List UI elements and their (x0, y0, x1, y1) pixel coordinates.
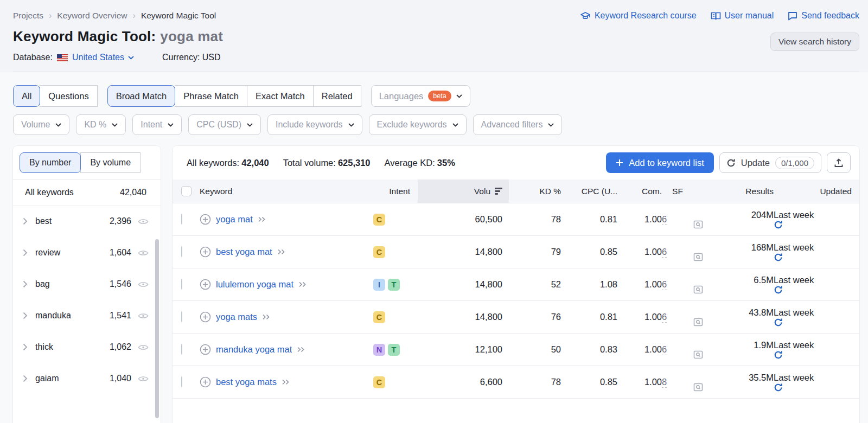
filter-dropdown[interactable]: Intent (132, 114, 182, 135)
keyword-link[interactable]: manduka yoga mat (216, 344, 292, 355)
sort-toggle-tab[interactable]: By number (20, 152, 81, 173)
add-keyword-icon[interactable] (200, 214, 211, 225)
refresh-row-icon[interactable] (774, 253, 783, 262)
match-tab[interactable]: Related (313, 85, 361, 107)
serp-features-count[interactable]: 6 (662, 344, 667, 355)
export-button[interactable] (827, 152, 851, 173)
column-updated[interactable]: Updated (774, 180, 859, 203)
breadcrumb-projects[interactable]: Projects (13, 11, 52, 21)
view-search-history-button[interactable]: View search history (770, 33, 859, 51)
serp-features-count[interactable]: 6 (662, 214, 667, 225)
select-all-checkbox[interactable] (181, 186, 192, 196)
filter-dropdown[interactable]: Advanced filters (473, 114, 563, 135)
keyword-research-course-link[interactable]: Keyword Research course (580, 11, 697, 21)
keyword-group-row[interactable]: review 1,604 (13, 237, 161, 268)
view-serp-icon[interactable] (693, 220, 703, 229)
match-tab[interactable]: All (13, 85, 40, 107)
filter-dropdown[interactable]: Include keywords (267, 114, 362, 135)
expand-keyword-icon[interactable] (298, 281, 307, 287)
match-type-tabs: All Questions Broad Match Phrase Match E… (0, 72, 868, 107)
row-checkbox[interactable] (181, 344, 182, 355)
eye-icon[interactable] (138, 249, 149, 257)
keyword-group-row[interactable]: thick 1,062 (13, 331, 161, 363)
keyword-group-row[interactable]: gaiam 1,040 (13, 363, 161, 394)
eye-icon[interactable] (138, 344, 149, 351)
add-keyword-icon[interactable] (200, 279, 211, 290)
keyword-link[interactable]: best yoga mat (216, 247, 272, 257)
add-keyword-icon[interactable] (200, 311, 211, 323)
eye-icon[interactable] (138, 218, 149, 225)
serp-features-count[interactable]: 8 (662, 377, 667, 388)
breadcrumb-keyword-overview[interactable]: Keyword Overview (57, 11, 136, 21)
row-checkbox[interactable] (181, 311, 182, 322)
serp-features-count[interactable]: 6 (662, 312, 667, 323)
keyword-group-row[interactable]: manduka 1,541 (13, 300, 161, 331)
intent-badges: C (373, 311, 418, 323)
column-kd[interactable]: KD % (509, 180, 561, 203)
languages-dropdown[interactable]: Languages beta (371, 85, 470, 107)
expand-keyword-icon[interactable] (277, 249, 286, 255)
view-serp-icon[interactable] (693, 253, 703, 261)
expand-keyword-icon[interactable] (262, 314, 271, 320)
keyword-link[interactable]: best yoga mats (216, 377, 277, 387)
filter-label: Advanced filters (481, 120, 543, 130)
row-checkbox[interactable] (181, 214, 182, 225)
eye-icon[interactable] (138, 375, 149, 382)
filter-dropdown[interactable]: Volume (13, 114, 69, 135)
update-button[interactable]: Update 0/1,000 (719, 152, 821, 173)
keyword-group-row[interactable]: bag 1,546 (13, 268, 161, 300)
user-manual-link[interactable]: User manual (711, 11, 774, 21)
column-serp-features[interactable]: SF (662, 180, 693, 203)
keyword-link[interactable]: lululemon yoga mat (216, 279, 293, 290)
expand-keyword-icon[interactable] (282, 379, 290, 385)
filter-dropdown[interactable]: Exclude keywords (369, 114, 467, 135)
match-tab[interactable]: Phrase Match (175, 85, 247, 107)
keyword-link[interactable]: yoga mats (216, 312, 257, 322)
add-keyword-icon[interactable] (200, 376, 211, 388)
view-serp-icon[interactable] (693, 285, 703, 294)
view-serp-icon[interactable] (693, 350, 703, 359)
refresh-row-icon[interactable] (774, 383, 783, 392)
sidebar-scrollbar[interactable] (155, 239, 159, 418)
row-checkbox[interactable] (181, 246, 182, 257)
row-checkbox[interactable] (181, 376, 182, 387)
database-selector[interactable]: United States (57, 53, 134, 62)
match-tab[interactable]: Questions (40, 85, 97, 107)
add-keyword-icon[interactable] (200, 344, 211, 355)
keyword-link[interactable]: yoga mat (216, 214, 253, 225)
sort-toggle-tab[interactable]: By volume (80, 152, 141, 173)
match-tab[interactable]: Exact Match (247, 85, 314, 107)
refresh-row-icon[interactable] (774, 285, 783, 294)
book-icon (711, 11, 721, 21)
page-header: Projects Keyword Overview Keyword Magic … (0, 0, 868, 72)
view-serp-icon[interactable] (693, 383, 703, 392)
column-volume-sorted[interactable]: Volu (418, 180, 509, 203)
match-tab[interactable]: Broad Match (107, 85, 176, 107)
expand-keyword-icon[interactable] (297, 347, 305, 352)
refresh-row-icon[interactable] (774, 350, 783, 360)
refresh-row-icon[interactable] (774, 318, 783, 327)
view-serp-icon[interactable] (693, 318, 703, 326)
add-keyword-icon[interactable] (200, 246, 211, 258)
refresh-row-icon[interactable] (774, 220, 783, 229)
filter-dropdown[interactable]: CPC (USD) (188, 114, 261, 135)
column-keyword[interactable]: Keyword (199, 180, 368, 203)
column-competition[interactable]: Com. (617, 180, 662, 203)
column-cpc[interactable]: CPC (U... (561, 180, 617, 203)
expand-keyword-icon[interactable] (258, 216, 266, 222)
serp-features-count[interactable]: 6 (662, 247, 667, 258)
serp-features-count[interactable]: 6 (662, 279, 667, 290)
column-intent[interactable]: Intent (368, 180, 418, 203)
send-feedback-link[interactable]: Send feedback (788, 11, 859, 21)
all-keywords-row[interactable]: All keywords 42,040 (13, 180, 161, 206)
filter-dropdown[interactable]: KD % (76, 114, 126, 135)
group-count: 1,546 (110, 279, 131, 289)
column-results[interactable]: Results (693, 180, 774, 203)
add-to-keyword-list-button[interactable]: Add to keyword list (606, 152, 713, 173)
eye-icon[interactable] (138, 312, 149, 319)
row-checkbox[interactable] (181, 279, 182, 290)
filters-row: Volume KD % Intent CPC (USD) Include key… (0, 107, 868, 135)
eye-icon[interactable] (138, 281, 149, 288)
keyword-group-row[interactable]: best 2,396 (13, 206, 161, 237)
intent-badges: NT (373, 344, 418, 356)
